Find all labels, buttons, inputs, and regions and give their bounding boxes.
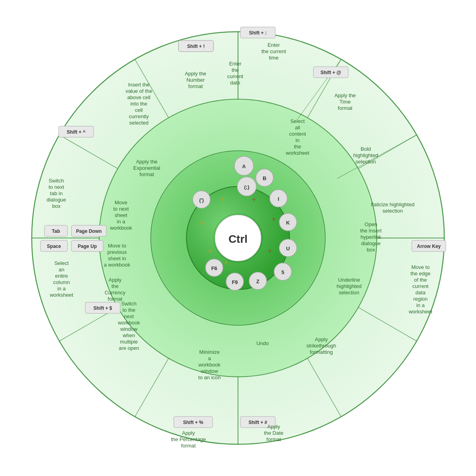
svg-text:Page Down: Page Down bbox=[76, 228, 102, 234]
svg-text:the: the bbox=[111, 283, 119, 289]
svg-text:a: a bbox=[208, 355, 211, 361]
svg-text:Apply: Apply bbox=[182, 430, 195, 436]
svg-text:window: window bbox=[200, 368, 218, 374]
svg-text:+: + bbox=[220, 194, 225, 204]
svg-text:region: region bbox=[413, 296, 428, 302]
svg-text:the Date: the Date bbox=[264, 430, 283, 436]
svg-text:('): (') bbox=[199, 197, 204, 203]
svg-text:worksheet: worksheet bbox=[285, 150, 309, 156]
svg-text:format: format bbox=[338, 105, 353, 111]
svg-text:the current: the current bbox=[261, 48, 286, 54]
svg-text:worksheet: worksheet bbox=[408, 309, 432, 315]
svg-text:above cell: above cell bbox=[127, 94, 151, 100]
svg-text:workbook: workbook bbox=[117, 320, 140, 326]
svg-text:format: format bbox=[188, 83, 203, 89]
svg-text:multiple: multiple bbox=[120, 339, 138, 345]
svg-text:Apply: Apply bbox=[315, 336, 328, 342]
svg-text:F9: F9 bbox=[232, 279, 238, 285]
svg-text:column: column bbox=[53, 279, 70, 285]
svg-text:Tab: Tab bbox=[52, 228, 60, 234]
svg-text:Exponential: Exponential bbox=[133, 165, 160, 171]
svg-text:dialogue: dialogue bbox=[361, 240, 380, 246]
svg-text:Shift + :: Shift + : bbox=[249, 30, 267, 36]
svg-text:entire: entire bbox=[55, 273, 68, 279]
svg-text:tab in: tab in bbox=[50, 190, 63, 196]
svg-text:selected: selected bbox=[129, 120, 148, 126]
svg-text:Insert the: Insert the bbox=[128, 82, 150, 88]
svg-text:current: current bbox=[227, 73, 244, 79]
svg-text:all: all bbox=[295, 125, 300, 131]
svg-text:highlighted: highlighted bbox=[337, 283, 362, 289]
svg-text:workbook: workbook bbox=[198, 362, 221, 368]
svg-text:the Insert: the Insert bbox=[360, 228, 382, 234]
svg-text:F6: F6 bbox=[211, 265, 217, 271]
svg-text:Select: Select bbox=[54, 260, 69, 266]
svg-text:Switch: Switch bbox=[49, 178, 64, 184]
svg-text:Space: Space bbox=[47, 244, 61, 249]
svg-text:Undo: Undo bbox=[256, 340, 269, 346]
svg-text:are open: are open bbox=[119, 345, 139, 351]
svg-text:selection: selection bbox=[339, 290, 359, 296]
svg-text:selection: selection bbox=[355, 159, 376, 165]
svg-text:format: format bbox=[140, 171, 154, 177]
svg-text:Time: Time bbox=[340, 99, 351, 105]
svg-text:Move to: Move to bbox=[411, 264, 430, 270]
svg-text:+: + bbox=[251, 195, 256, 204]
svg-text:Move: Move bbox=[115, 200, 127, 205]
svg-text:to an icon: to an icon bbox=[198, 374, 221, 380]
svg-text:5: 5 bbox=[281, 269, 284, 275]
svg-text:formatting: formatting bbox=[310, 349, 333, 355]
svg-text:Move to: Move to bbox=[108, 243, 126, 249]
svg-text:Shift + !: Shift + ! bbox=[187, 44, 205, 49]
svg-text:(;): (;) bbox=[244, 184, 250, 190]
svg-text:dialogue: dialogue bbox=[46, 197, 66, 203]
svg-text:in a: in a bbox=[58, 286, 66, 292]
svg-text:Page Up: Page Up bbox=[78, 244, 97, 249]
svg-text:to the: to the bbox=[123, 307, 136, 313]
svg-text:to next: to next bbox=[48, 184, 64, 190]
svg-text:I: I bbox=[278, 196, 279, 202]
svg-text:in: in bbox=[296, 137, 299, 143]
svg-text:K: K bbox=[286, 220, 290, 226]
svg-text:format: format bbox=[108, 296, 123, 302]
svg-text:workbook: workbook bbox=[109, 225, 132, 231]
svg-text:Apply the: Apply the bbox=[185, 71, 206, 77]
svg-text:date: date bbox=[230, 80, 240, 86]
svg-text:box: box bbox=[367, 247, 375, 253]
svg-text:Apply the: Apply the bbox=[136, 159, 157, 165]
svg-text:+: + bbox=[200, 218, 205, 228]
svg-text:Shift + $: Shift + $ bbox=[93, 305, 112, 311]
svg-text:Arrow Key: Arrow Key bbox=[417, 244, 441, 249]
svg-text:box: box bbox=[52, 203, 61, 209]
svg-text:current: current bbox=[413, 283, 429, 289]
svg-text:value of the: value of the bbox=[125, 88, 152, 94]
svg-text:in a: in a bbox=[416, 302, 425, 308]
svg-text:U: U bbox=[286, 246, 290, 251]
svg-text:data: data bbox=[415, 290, 426, 296]
svg-text:Z: Z bbox=[256, 278, 259, 284]
svg-text:in a: in a bbox=[117, 219, 126, 225]
svg-text:the edge: the edge bbox=[411, 271, 431, 276]
svg-text:Apply: Apply bbox=[267, 424, 280, 430]
svg-text:Shift + @: Shift + @ bbox=[321, 70, 341, 75]
svg-text:worksheet: worksheet bbox=[49, 292, 73, 298]
svg-text:next: next bbox=[124, 313, 134, 319]
svg-text:an: an bbox=[59, 267, 64, 273]
svg-text:Currency: Currency bbox=[105, 290, 126, 296]
svg-text:Shift + #: Shift + # bbox=[248, 420, 267, 425]
svg-text:Shift + ^: Shift + ^ bbox=[67, 129, 85, 135]
svg-text:Minimize: Minimize bbox=[199, 349, 219, 355]
svg-text:Select: Select bbox=[290, 118, 305, 124]
svg-text:Apply: Apply bbox=[109, 277, 122, 283]
shortcut-wheel: + + + + + + + (;) (') F6 F9 Z 5 U bbox=[20, 20, 456, 456]
svg-text:Enter: Enter bbox=[229, 61, 242, 67]
svg-text:Bold: Bold bbox=[361, 146, 371, 152]
svg-text:sheet in: sheet in bbox=[108, 255, 126, 261]
svg-text:the: the bbox=[294, 144, 301, 150]
svg-text:Underline: Underline bbox=[338, 277, 360, 283]
svg-text:Italicize highlighted: Italicize highlighted bbox=[371, 202, 415, 207]
svg-text:Switch: Switch bbox=[121, 301, 136, 307]
svg-text:Enter: Enter bbox=[267, 42, 280, 48]
svg-text:into the: into the bbox=[131, 101, 148, 107]
svg-text:to next: to next bbox=[113, 206, 129, 212]
